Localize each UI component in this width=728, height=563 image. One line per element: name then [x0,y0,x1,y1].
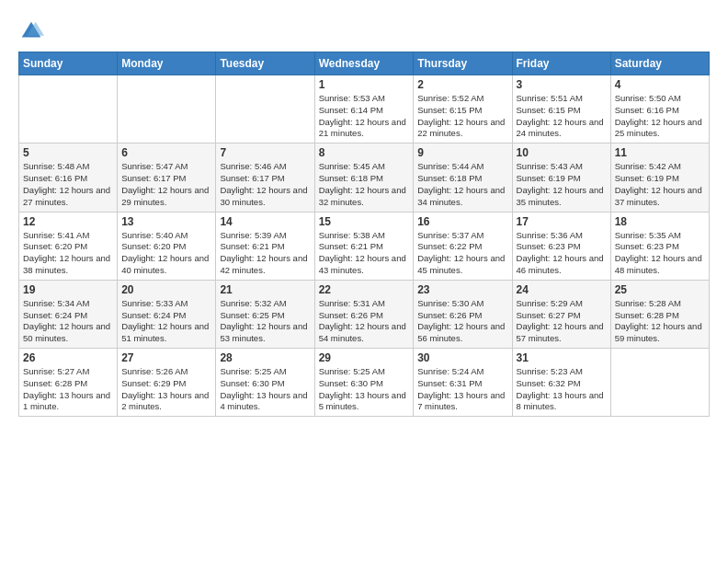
day-info: Sunrise: 5:30 AM Sunset: 6:26 PM Dayligh… [417,298,507,345]
day-info: Sunrise: 5:23 AM Sunset: 6:32 PM Dayligh… [517,366,607,413]
calendar-cell: 19Sunrise: 5:34 AM Sunset: 6:24 PM Dayli… [19,280,118,348]
day-number: 28 [220,351,310,364]
day-info: Sunrise: 5:50 AM Sunset: 6:16 PM Dayligh… [615,93,705,140]
day-info: Sunrise: 5:45 AM Sunset: 6:18 PM Dayligh… [319,161,410,208]
calendar-cell: 3Sunrise: 5:51 AM Sunset: 6:15 PM Daylig… [512,75,610,144]
day-of-week-header: Thursday [414,52,512,75]
day-number: 6 [121,146,211,159]
day-number: 22 [319,283,410,296]
calendar-header-row: SundayMondayTuesdayWednesdayThursdayFrid… [19,52,710,75]
day-info: Sunrise: 5:33 AM Sunset: 6:24 PM Dayligh… [121,298,211,345]
day-number: 29 [319,351,410,364]
day-number: 11 [615,146,705,159]
day-number: 20 [121,283,211,296]
day-number: 26 [23,351,113,364]
day-info: Sunrise: 5:25 AM Sunset: 6:30 PM Dayligh… [319,366,410,413]
calendar-cell: 23Sunrise: 5:30 AM Sunset: 6:26 PM Dayli… [414,280,512,348]
day-number: 17 [517,215,607,228]
calendar-week-row: 1Sunrise: 5:53 AM Sunset: 6:14 PM Daylig… [19,75,710,144]
calendar-table: SundayMondayTuesdayWednesdayThursdayFrid… [18,52,710,417]
day-info: Sunrise: 5:41 AM Sunset: 6:20 PM Dayligh… [23,230,113,277]
day-number: 14 [220,215,310,228]
logo [18,18,48,44]
day-number: 9 [417,146,507,159]
calendar-cell: 15Sunrise: 5:38 AM Sunset: 6:21 PM Dayli… [314,212,414,280]
calendar-cell: 11Sunrise: 5:42 AM Sunset: 6:19 PM Dayli… [610,144,709,212]
day-number: 23 [417,283,507,296]
day-of-week-header: Wednesday [314,52,414,75]
calendar-cell [216,75,314,144]
day-number: 30 [417,351,507,364]
calendar-cell: 25Sunrise: 5:28 AM Sunset: 6:28 PM Dayli… [610,280,709,348]
day-info: Sunrise: 5:35 AM Sunset: 6:23 PM Dayligh… [615,230,705,277]
day-number: 25 [615,283,705,296]
calendar-cell: 8Sunrise: 5:45 AM Sunset: 6:18 PM Daylig… [314,144,414,212]
calendar-cell: 1Sunrise: 5:53 AM Sunset: 6:14 PM Daylig… [314,75,414,144]
day-info: Sunrise: 5:42 AM Sunset: 6:19 PM Dayligh… [615,161,705,208]
calendar-cell: 28Sunrise: 5:25 AM Sunset: 6:30 PM Dayli… [216,349,314,417]
day-number: 13 [121,215,211,228]
day-info: Sunrise: 5:43 AM Sunset: 6:19 PM Dayligh… [517,161,607,208]
day-of-week-header: Tuesday [216,52,314,75]
calendar-cell: 4Sunrise: 5:50 AM Sunset: 6:16 PM Daylig… [610,75,709,144]
day-info: Sunrise: 5:28 AM Sunset: 6:28 PM Dayligh… [615,298,705,345]
calendar-week-row: 26Sunrise: 5:27 AM Sunset: 6:28 PM Dayli… [19,349,710,417]
day-info: Sunrise: 5:25 AM Sunset: 6:30 PM Dayligh… [220,366,310,413]
calendar-cell: 7Sunrise: 5:46 AM Sunset: 6:17 PM Daylig… [216,144,314,212]
day-info: Sunrise: 5:38 AM Sunset: 6:21 PM Dayligh… [319,230,410,277]
page-header [18,18,710,44]
calendar-cell: 26Sunrise: 5:27 AM Sunset: 6:28 PM Dayli… [19,349,118,417]
calendar-cell: 18Sunrise: 5:35 AM Sunset: 6:23 PM Dayli… [610,212,709,280]
day-info: Sunrise: 5:44 AM Sunset: 6:18 PM Dayligh… [417,161,507,208]
day-of-week-header: Monday [118,52,216,75]
calendar-cell: 14Sunrise: 5:39 AM Sunset: 6:21 PM Dayli… [216,212,314,280]
day-number: 31 [517,351,607,364]
calendar-cell: 27Sunrise: 5:26 AM Sunset: 6:29 PM Dayli… [118,349,216,417]
calendar-cell: 17Sunrise: 5:36 AM Sunset: 6:23 PM Dayli… [512,212,610,280]
calendar-cell: 13Sunrise: 5:40 AM Sunset: 6:20 PM Dayli… [118,212,216,280]
day-info: Sunrise: 5:24 AM Sunset: 6:31 PM Dayligh… [417,366,507,413]
day-number: 8 [319,146,410,159]
day-number: 24 [517,283,607,296]
calendar-cell: 2Sunrise: 5:52 AM Sunset: 6:15 PM Daylig… [414,75,512,144]
calendar-cell: 22Sunrise: 5:31 AM Sunset: 6:26 PM Dayli… [314,280,414,348]
logo-icon [18,18,44,44]
calendar-cell: 9Sunrise: 5:44 AM Sunset: 6:18 PM Daylig… [414,144,512,212]
day-info: Sunrise: 5:31 AM Sunset: 6:26 PM Dayligh… [319,298,410,345]
calendar-cell: 30Sunrise: 5:24 AM Sunset: 6:31 PM Dayli… [414,349,512,417]
calendar-cell: 29Sunrise: 5:25 AM Sunset: 6:30 PM Dayli… [314,349,414,417]
day-number: 15 [319,215,410,228]
calendar-cell: 31Sunrise: 5:23 AM Sunset: 6:32 PM Dayli… [512,349,610,417]
day-info: Sunrise: 5:51 AM Sunset: 6:15 PM Dayligh… [517,93,607,140]
day-info: Sunrise: 5:27 AM Sunset: 6:28 PM Dayligh… [23,366,113,413]
day-info: Sunrise: 5:48 AM Sunset: 6:16 PM Dayligh… [23,161,113,208]
calendar-cell [118,75,216,144]
day-of-week-header: Sunday [19,52,118,75]
day-of-week-header: Saturday [610,52,709,75]
calendar-week-row: 5Sunrise: 5:48 AM Sunset: 6:16 PM Daylig… [19,144,710,212]
day-info: Sunrise: 5:53 AM Sunset: 6:14 PM Dayligh… [319,93,410,140]
day-number: 27 [121,351,211,364]
day-number: 3 [517,78,607,91]
calendar-cell: 21Sunrise: 5:32 AM Sunset: 6:25 PM Dayli… [216,280,314,348]
calendar-cell [19,75,118,144]
calendar-cell [610,349,709,417]
day-info: Sunrise: 5:34 AM Sunset: 6:24 PM Dayligh… [23,298,113,345]
day-number: 18 [615,215,705,228]
day-info: Sunrise: 5:46 AM Sunset: 6:17 PM Dayligh… [220,161,310,208]
calendar-week-row: 12Sunrise: 5:41 AM Sunset: 6:20 PM Dayli… [19,212,710,280]
day-number: 2 [417,78,507,91]
day-number: 4 [615,78,705,91]
day-info: Sunrise: 5:39 AM Sunset: 6:21 PM Dayligh… [220,230,310,277]
day-number: 7 [220,146,310,159]
day-number: 12 [23,215,113,228]
calendar-week-row: 19Sunrise: 5:34 AM Sunset: 6:24 PM Dayli… [19,280,710,348]
day-of-week-header: Friday [512,52,610,75]
calendar-cell: 20Sunrise: 5:33 AM Sunset: 6:24 PM Dayli… [118,280,216,348]
calendar-cell: 6Sunrise: 5:47 AM Sunset: 6:17 PM Daylig… [118,144,216,212]
day-info: Sunrise: 5:37 AM Sunset: 6:22 PM Dayligh… [417,230,507,277]
calendar-cell: 10Sunrise: 5:43 AM Sunset: 6:19 PM Dayli… [512,144,610,212]
calendar-cell: 16Sunrise: 5:37 AM Sunset: 6:22 PM Dayli… [414,212,512,280]
day-info: Sunrise: 5:47 AM Sunset: 6:17 PM Dayligh… [121,161,211,208]
calendar-cell: 12Sunrise: 5:41 AM Sunset: 6:20 PM Dayli… [19,212,118,280]
